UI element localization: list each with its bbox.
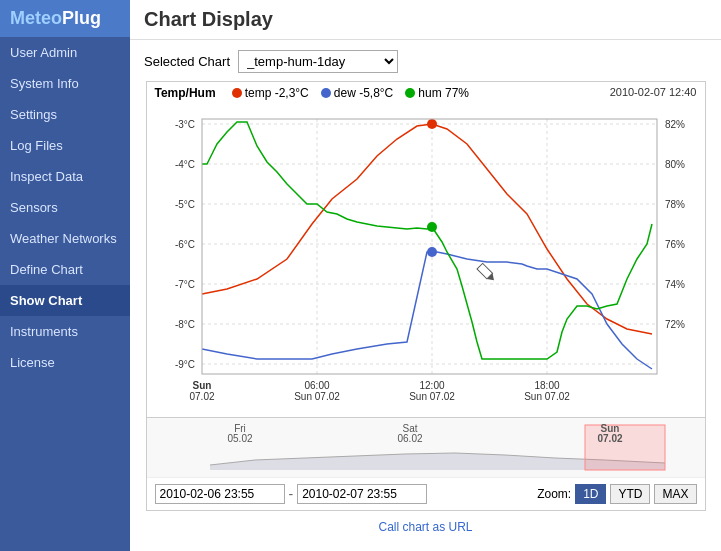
chart-title: Temp/Hum <box>155 86 216 100</box>
edit-icon <box>477 263 497 283</box>
sidebar-item-inspect-data[interactable]: Inspect Data <box>0 161 130 192</box>
chart-timestamp: 2010-02-07 12:40 <box>610 86 697 98</box>
svg-text:78%: 78% <box>665 199 685 210</box>
legend-temp: temp -2,3°C <box>232 86 309 100</box>
svg-text:-3°C: -3°C <box>174 119 194 130</box>
sidebar-item-license[interactable]: License <box>0 347 130 378</box>
chart-controls: - Zoom: 1D YTD MAX <box>147 477 705 510</box>
svg-text:05.02: 05.02 <box>227 433 252 444</box>
svg-text:Sun: Sun <box>192 380 211 391</box>
chart-container: Temp/Hum temp -2,3°C dew -5,8°C hum 77% … <box>146 81 706 511</box>
app-logo: MeteoPlug <box>0 0 130 37</box>
start-date-input[interactable] <box>155 484 285 504</box>
call-chart-url-container: Call chart as URL <box>144 511 707 542</box>
dew-label: dew -5,8°C <box>334 86 394 100</box>
svg-text:-8°C: -8°C <box>174 319 194 330</box>
svg-text:06:00: 06:00 <box>304 380 329 391</box>
hum-dot <box>405 88 415 98</box>
svg-text:07.02: 07.02 <box>189 391 214 402</box>
call-chart-url-link[interactable]: Call chart as URL <box>378 520 472 534</box>
legend-hum: hum 77% <box>405 86 469 100</box>
temp-peak-marker <box>427 119 437 129</box>
page-title: Chart Display <box>144 8 707 31</box>
sidebar-item-sensors[interactable]: Sensors <box>0 192 130 223</box>
chart-legend: Temp/Hum temp -2,3°C dew -5,8°C hum 77% … <box>147 82 705 104</box>
dew-dot <box>321 88 331 98</box>
chart-svg-area: -3°C -4°C -5°C -6°C -7°C -8°C -9°C 82% 8… <box>147 104 705 417</box>
sidebar-item-log-files[interactable]: Log Files <box>0 130 130 161</box>
svg-text:Sun 07.02: Sun 07.02 <box>524 391 570 402</box>
sidebar-item-weather-networks[interactable]: Weather Networks <box>0 223 130 254</box>
svg-text:-6°C: -6°C <box>174 239 194 250</box>
hum-marker <box>427 222 437 232</box>
svg-text:-4°C: -4°C <box>174 159 194 170</box>
svg-text:-5°C: -5°C <box>174 199 194 210</box>
svg-text:Sun 07.02: Sun 07.02 <box>409 391 455 402</box>
svg-text:74%: 74% <box>665 279 685 290</box>
chart-select[interactable]: _temp-hum-1day_temp-1day_hum-1day <box>238 50 398 73</box>
hum-line <box>202 122 652 359</box>
hum-label: hum 77% <box>418 86 469 100</box>
svg-text:07.02: 07.02 <box>597 433 622 444</box>
temp-label: temp -2,3°C <box>245 86 309 100</box>
sidebar-item-define-chart[interactable]: Define Chart <box>0 254 130 285</box>
legend-dew: dew -5,8°C <box>321 86 394 100</box>
end-date-input[interactable] <box>297 484 427 504</box>
sidebar: MeteoPlug User Admin System Info Setting… <box>0 0 130 551</box>
svg-text:-9°C: -9°C <box>174 359 194 370</box>
dew-marker <box>427 247 437 257</box>
svg-text:76%: 76% <box>665 239 685 250</box>
svg-text:-7°C: -7°C <box>174 279 194 290</box>
chart-border <box>202 119 657 374</box>
nav-selection <box>585 425 665 470</box>
svg-marker-32 <box>486 273 496 283</box>
svg-text:06.02: 06.02 <box>397 433 422 444</box>
page-header: Chart Display <box>130 0 721 40</box>
sidebar-item-instruments[interactable]: Instruments <box>0 316 130 347</box>
main-body: Selected Chart _temp-hum-1day_temp-1day_… <box>130 40 721 551</box>
navigator-svg: Fri 05.02 Sat 06.02 Sun 07.02 <box>155 420 697 475</box>
chart-navigator: Fri 05.02 Sat 06.02 Sun 07.02 <box>147 417 705 477</box>
app: MeteoPlug User Admin System Info Setting… <box>0 0 721 551</box>
date-separator: - <box>289 486 294 502</box>
chart-selector-label: Selected Chart <box>144 54 230 69</box>
svg-text:80%: 80% <box>665 159 685 170</box>
zoom-ytd-button[interactable]: YTD <box>610 484 650 504</box>
temp-dot <box>232 88 242 98</box>
sidebar-item-show-chart[interactable]: Show Chart <box>0 285 130 316</box>
svg-text:Sun 07.02: Sun 07.02 <box>294 391 340 402</box>
dew-line <box>202 252 652 369</box>
chart-selector: Selected Chart _temp-hum-1day_temp-1day_… <box>144 50 707 73</box>
sidebar-item-settings[interactable]: Settings <box>0 99 130 130</box>
sidebar-item-system-info[interactable]: System Info <box>0 68 130 99</box>
svg-text:12:00: 12:00 <box>419 380 444 391</box>
chart-svg: -3°C -4°C -5°C -6°C -7°C -8°C -9°C 82% 8… <box>147 104 707 414</box>
zoom-max-button[interactable]: MAX <box>654 484 696 504</box>
svg-text:18:00: 18:00 <box>534 380 559 391</box>
zoom-label: Zoom: <box>537 487 571 501</box>
main-content: Chart Display Selected Chart _temp-hum-1… <box>130 0 721 551</box>
sidebar-item-user-admin[interactable]: User Admin <box>0 37 130 68</box>
zoom-1d-button[interactable]: 1D <box>575 484 606 504</box>
svg-text:82%: 82% <box>665 119 685 130</box>
svg-text:72%: 72% <box>665 319 685 330</box>
